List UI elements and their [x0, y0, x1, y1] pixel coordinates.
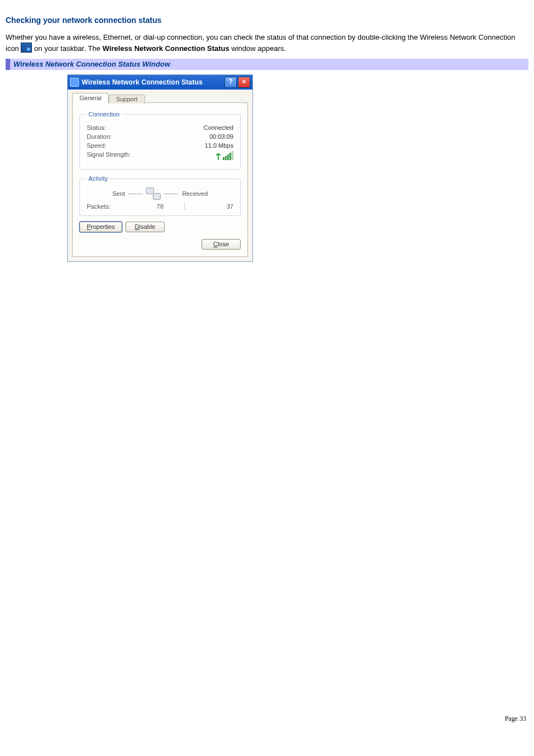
- connection-group: Connection Status: Connected Duration: 0…: [79, 111, 241, 170]
- packets-received: 37: [185, 203, 233, 210]
- status-dialog: Wireless Network Connection Status ? × G…: [67, 74, 253, 262]
- row-status: Status: Connected: [87, 124, 233, 131]
- connection-legend: Connection: [87, 111, 121, 118]
- figure-caption-banner: Wireless Network Connection Status Windo…: [6, 59, 528, 70]
- tab-page-general: Connection Status: Connected Duration: 0…: [72, 102, 248, 257]
- value-speed: 11.0 Mbps: [205, 142, 233, 149]
- computers-icon: [146, 187, 161, 200]
- signal-strength-icon: [216, 151, 233, 160]
- line-icon: [128, 194, 143, 194]
- activity-legend: Activity: [87, 175, 110, 182]
- label-duration: Duration:: [87, 133, 112, 140]
- dialog-title: Wireless Network Connection Status: [82, 78, 223, 86]
- label-status: Status:: [87, 124, 106, 131]
- row-signal: Signal Strength:: [87, 151, 233, 161]
- intro-paragraph: Whether you have a wireless, Ethernet, o…: [6, 32, 528, 53]
- value-status: Connected: [204, 124, 233, 131]
- label-signal: Signal Strength:: [87, 151, 130, 161]
- packets-label: Packets:: [87, 203, 135, 210]
- activity-sent-label: Sent: [113, 190, 125, 197]
- close-button[interactable]: ×: [238, 77, 250, 88]
- packets-row: Packets: 78 37: [87, 203, 233, 210]
- intro-text-post2: window appears.: [231, 44, 286, 53]
- section-heading: Checking your network connection status: [6, 16, 528, 25]
- tab-general[interactable]: General: [72, 93, 109, 103]
- disable-button[interactable]: Disable: [125, 222, 165, 232]
- activity-received-label: Received: [182, 190, 208, 197]
- row-duration: Duration: 00:03:09: [87, 133, 233, 140]
- help-button[interactable]: ?: [224, 77, 237, 88]
- packets-sent: 78: [135, 203, 184, 210]
- value-signal: [216, 151, 233, 161]
- page-number: Page 33: [505, 715, 526, 723]
- tab-support[interactable]: Support: [109, 95, 145, 104]
- properties-button[interactable]: Properties: [79, 222, 122, 232]
- dialog-titlebar[interactable]: Wireless Network Connection Status ? ×: [68, 75, 252, 90]
- intro-text-bold: Wireless Network Connection Status: [102, 44, 229, 53]
- value-duration: 00:03:09: [209, 133, 233, 140]
- wireless-taskbar-icon: [21, 43, 32, 53]
- activity-group: Activity Sent Received: [79, 175, 241, 216]
- line-icon: [164, 194, 179, 194]
- dialog-title-icon: [70, 78, 79, 87]
- intro-text-post1: on your taskbar. The: [34, 44, 102, 53]
- label-speed: Speed:: [87, 142, 106, 149]
- close-dialog-button[interactable]: Close: [202, 239, 241, 250]
- row-speed: Speed: 11.0 Mbps: [87, 142, 233, 149]
